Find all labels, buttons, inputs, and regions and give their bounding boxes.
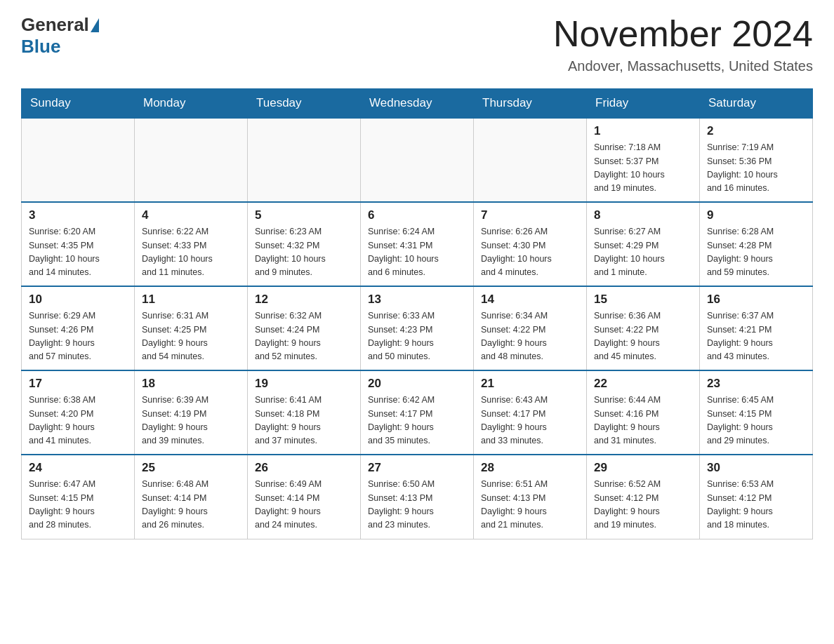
day-info: Sunrise: 6:27 AMSunset: 4:29 PMDaylight:…: [594, 225, 692, 280]
calendar-cell: 11Sunrise: 6:31 AMSunset: 4:25 PMDayligh…: [135, 286, 248, 370]
weekday-header-sunday: Sunday: [22, 89, 135, 119]
logo-blue-text: Blue: [21, 36, 60, 58]
day-number: 5: [255, 208, 353, 222]
day-info: Sunrise: 6:29 AMSunset: 4:26 PMDaylight:…: [29, 309, 127, 364]
weekday-header-saturday: Saturday: [700, 89, 813, 119]
day-info: Sunrise: 6:42 AMSunset: 4:17 PMDaylight:…: [368, 394, 466, 448]
day-info: Sunrise: 6:51 AMSunset: 4:13 PMDaylight:…: [481, 478, 579, 532]
calendar-cell: 29Sunrise: 6:52 AMSunset: 4:12 PMDayligh…: [587, 455, 700, 539]
day-number: 18: [142, 377, 240, 391]
day-number: 29: [594, 461, 692, 475]
day-info: Sunrise: 6:36 AMSunset: 4:22 PMDaylight:…: [594, 309, 692, 364]
week-row-3: 10Sunrise: 6:29 AMSunset: 4:26 PMDayligh…: [22, 286, 813, 370]
calendar-cell: [248, 118, 361, 202]
calendar-cell: [361, 118, 474, 202]
calendar-cell: 8Sunrise: 6:27 AMSunset: 4:29 PMDaylight…: [587, 202, 700, 286]
calendar-cell: 21Sunrise: 6:43 AMSunset: 4:17 PMDayligh…: [474, 370, 587, 455]
day-number: 27: [368, 461, 466, 475]
day-number: 22: [594, 377, 692, 391]
day-number: 28: [481, 461, 579, 475]
logo: General Blue: [21, 14, 100, 58]
day-number: 10: [29, 293, 127, 307]
location-subtitle: Andover, Massachusetts, United States: [553, 58, 813, 74]
weekday-header-monday: Monday: [135, 89, 248, 119]
day-info: Sunrise: 6:22 AMSunset: 4:33 PMDaylight:…: [142, 225, 240, 280]
day-info: Sunrise: 6:26 AMSunset: 4:30 PMDaylight:…: [481, 225, 579, 280]
week-row-4: 17Sunrise: 6:38 AMSunset: 4:20 PMDayligh…: [22, 370, 813, 455]
weekday-header-row: SundayMondayTuesdayWednesdayThursdayFrid…: [22, 89, 813, 119]
day-info: Sunrise: 7:19 AMSunset: 5:36 PMDaylight:…: [707, 141, 805, 196]
calendar-cell: 3Sunrise: 6:20 AMSunset: 4:35 PMDaylight…: [22, 202, 135, 286]
day-number: 16: [707, 293, 805, 307]
day-number: 21: [481, 377, 579, 391]
calendar-cell: [135, 118, 248, 202]
calendar-cell: 1Sunrise: 7:18 AMSunset: 5:37 PMDaylight…: [587, 118, 700, 202]
calendar-cell: 19Sunrise: 6:41 AMSunset: 4:18 PMDayligh…: [248, 370, 361, 455]
day-info: Sunrise: 6:52 AMSunset: 4:12 PMDaylight:…: [594, 478, 692, 532]
day-number: 1: [594, 124, 692, 138]
calendar-cell: 23Sunrise: 6:45 AMSunset: 4:15 PMDayligh…: [700, 370, 813, 455]
page-header: General Blue November 2024 Andover, Mass…: [21, 14, 813, 74]
day-info: Sunrise: 6:43 AMSunset: 4:17 PMDaylight:…: [481, 394, 579, 448]
day-info: Sunrise: 6:37 AMSunset: 4:21 PMDaylight:…: [707, 309, 805, 364]
calendar-cell: 17Sunrise: 6:38 AMSunset: 4:20 PMDayligh…: [22, 370, 135, 455]
week-row-2: 3Sunrise: 6:20 AMSunset: 4:35 PMDaylight…: [22, 202, 813, 286]
day-info: Sunrise: 6:33 AMSunset: 4:23 PMDaylight:…: [368, 309, 466, 364]
calendar-cell: 2Sunrise: 7:19 AMSunset: 5:36 PMDaylight…: [700, 118, 813, 202]
weekday-header-thursday: Thursday: [474, 89, 587, 119]
day-info: Sunrise: 6:49 AMSunset: 4:14 PMDaylight:…: [255, 478, 353, 532]
calendar-cell: 30Sunrise: 6:53 AMSunset: 4:12 PMDayligh…: [700, 455, 813, 539]
calendar-cell: 18Sunrise: 6:39 AMSunset: 4:19 PMDayligh…: [135, 370, 248, 455]
weekday-header-tuesday: Tuesday: [248, 89, 361, 119]
day-number: 14: [481, 293, 579, 307]
day-number: 13: [368, 293, 466, 307]
day-number: 30: [707, 461, 805, 475]
calendar-cell: [22, 118, 135, 202]
day-number: 6: [368, 208, 466, 222]
week-row-1: 1Sunrise: 7:18 AMSunset: 5:37 PMDaylight…: [22, 118, 813, 202]
day-info: Sunrise: 6:39 AMSunset: 4:19 PMDaylight:…: [142, 394, 240, 448]
calendar-cell: 10Sunrise: 6:29 AMSunset: 4:26 PMDayligh…: [22, 286, 135, 370]
calendar-cell: 7Sunrise: 6:26 AMSunset: 4:30 PMDaylight…: [474, 202, 587, 286]
calendar-cell: 9Sunrise: 6:28 AMSunset: 4:28 PMDaylight…: [700, 202, 813, 286]
day-number: 24: [29, 461, 127, 475]
day-number: 11: [142, 293, 240, 307]
day-info: Sunrise: 6:45 AMSunset: 4:15 PMDaylight:…: [707, 394, 805, 448]
day-number: 2: [707, 124, 805, 138]
day-info: Sunrise: 6:41 AMSunset: 4:18 PMDaylight:…: [255, 394, 353, 448]
calendar-cell: 20Sunrise: 6:42 AMSunset: 4:17 PMDayligh…: [361, 370, 474, 455]
title-area: November 2024 Andover, Massachusetts, Un…: [553, 14, 813, 74]
day-number: 7: [481, 208, 579, 222]
day-info: Sunrise: 6:44 AMSunset: 4:16 PMDaylight:…: [594, 394, 692, 448]
day-number: 26: [255, 461, 353, 475]
day-info: Sunrise: 6:28 AMSunset: 4:28 PMDaylight:…: [707, 225, 805, 280]
day-number: 25: [142, 461, 240, 475]
calendar-cell: 26Sunrise: 6:49 AMSunset: 4:14 PMDayligh…: [248, 455, 361, 539]
calendar-cell: 5Sunrise: 6:23 AMSunset: 4:32 PMDaylight…: [248, 202, 361, 286]
weekday-header-friday: Friday: [587, 89, 700, 119]
day-info: Sunrise: 6:47 AMSunset: 4:15 PMDaylight:…: [29, 478, 127, 532]
calendar-cell: 14Sunrise: 6:34 AMSunset: 4:22 PMDayligh…: [474, 286, 587, 370]
calendar-cell: 24Sunrise: 6:47 AMSunset: 4:15 PMDayligh…: [22, 455, 135, 539]
day-number: 9: [707, 208, 805, 222]
day-info: Sunrise: 6:38 AMSunset: 4:20 PMDaylight:…: [29, 394, 127, 448]
calendar-cell: 13Sunrise: 6:33 AMSunset: 4:23 PMDayligh…: [361, 286, 474, 370]
day-number: 23: [707, 377, 805, 391]
week-row-5: 24Sunrise: 6:47 AMSunset: 4:15 PMDayligh…: [22, 455, 813, 539]
calendar-cell: 28Sunrise: 6:51 AMSunset: 4:13 PMDayligh…: [474, 455, 587, 539]
day-info: Sunrise: 6:48 AMSunset: 4:14 PMDaylight:…: [142, 478, 240, 532]
calendar-cell: 12Sunrise: 6:32 AMSunset: 4:24 PMDayligh…: [248, 286, 361, 370]
calendar-cell: 15Sunrise: 6:36 AMSunset: 4:22 PMDayligh…: [587, 286, 700, 370]
day-number: 8: [594, 208, 692, 222]
day-info: Sunrise: 6:50 AMSunset: 4:13 PMDaylight:…: [368, 478, 466, 532]
calendar-cell: 6Sunrise: 6:24 AMSunset: 4:31 PMDaylight…: [361, 202, 474, 286]
day-number: 20: [368, 377, 466, 391]
day-info: Sunrise: 6:32 AMSunset: 4:24 PMDaylight:…: [255, 309, 353, 364]
calendar-cell: 25Sunrise: 6:48 AMSunset: 4:14 PMDayligh…: [135, 455, 248, 539]
calendar-cell: 22Sunrise: 6:44 AMSunset: 4:16 PMDayligh…: [587, 370, 700, 455]
day-number: 4: [142, 208, 240, 222]
day-info: Sunrise: 6:24 AMSunset: 4:31 PMDaylight:…: [368, 225, 466, 280]
weekday-header-wednesday: Wednesday: [361, 89, 474, 119]
day-info: Sunrise: 6:53 AMSunset: 4:12 PMDaylight:…: [707, 478, 805, 532]
day-info: Sunrise: 6:23 AMSunset: 4:32 PMDaylight:…: [255, 225, 353, 280]
